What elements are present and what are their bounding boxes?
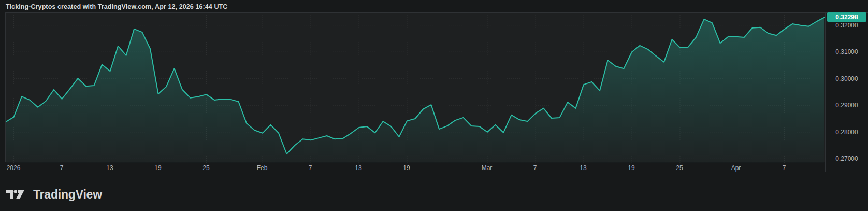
y-axis-tick-label: 0.28000 bbox=[826, 128, 868, 136]
y-axis-tick-label: 0.27000 bbox=[826, 154, 868, 163]
y-axis-tick-label: 0.30000 bbox=[826, 75, 868, 83]
tradingview-logo-icon bbox=[6, 190, 28, 200]
last-price-badge: 0.32298 bbox=[827, 12, 866, 22]
x-axis-tick-label: 19 bbox=[628, 164, 634, 172]
chart-area[interactable] bbox=[5, 12, 825, 162]
area-fill bbox=[6, 17, 824, 163]
tradingview-logo[interactable]: TradingView bbox=[6, 187, 102, 202]
x-axis-tick-label: 2026 bbox=[7, 164, 21, 172]
x-axis-tick-label: 7 bbox=[533, 164, 537, 172]
chart-title: Ticking-Cryptos created with TradingView… bbox=[6, 3, 227, 10]
x-axis-tick-label: 13 bbox=[580, 164, 586, 172]
x-axis-tick-label: 13 bbox=[106, 164, 113, 172]
y-axis-tick-label: 0.31000 bbox=[826, 48, 868, 56]
x-axis-tick-label: 7 bbox=[783, 164, 786, 172]
x-axis-tick-label: 7 bbox=[60, 164, 64, 172]
time-scale-axis[interactable]: 20267131925Feb71319Mar7131925Apr7 bbox=[5, 162, 825, 176]
tradingview-logo-text: TradingView bbox=[33, 188, 102, 201]
x-axis-tick-label: 13 bbox=[355, 164, 361, 172]
x-axis-tick-label: Feb bbox=[257, 164, 268, 172]
x-axis-tick-label: Apr bbox=[731, 164, 741, 172]
price-scale-axis[interactable]: 0.32298 0.320000.310000.300000.290000.28… bbox=[825, 12, 868, 172]
x-axis-tick-label: Mar bbox=[482, 164, 493, 172]
y-axis-tick-label: 0.29000 bbox=[826, 101, 868, 109]
price-chart-svg bbox=[6, 13, 826, 163]
x-axis-tick-label: 25 bbox=[676, 164, 683, 172]
x-axis-tick-label: 25 bbox=[202, 164, 209, 172]
x-axis-tick-label: 7 bbox=[309, 164, 312, 172]
x-axis-tick-label: 19 bbox=[154, 164, 161, 172]
y-axis-tick-label: 0.32000 bbox=[826, 21, 868, 30]
x-axis-tick-label: 19 bbox=[403, 164, 410, 172]
